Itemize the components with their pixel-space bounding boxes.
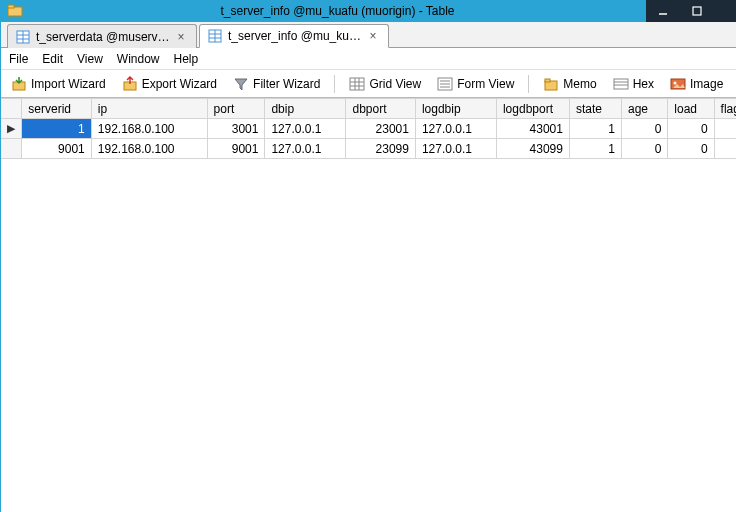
close-button[interactable] <box>714 0 736 22</box>
table-icon <box>208 29 222 43</box>
data-grid[interactable]: serverid ip port dbip dbport logdbip log… <box>1 98 736 159</box>
cell-dbport[interactable]: 23001 <box>346 119 415 139</box>
col-dbport[interactable]: dbport <box>346 99 415 119</box>
app-icon <box>7 4 23 18</box>
tab-close-icon[interactable]: × <box>174 30 188 44</box>
hex-icon <box>613 76 629 92</box>
cell-ip[interactable]: 192.168.0.100 <box>91 139 207 159</box>
separator <box>334 75 335 93</box>
svg-rect-3 <box>693 7 701 15</box>
button-label: Hex <box>633 77 654 91</box>
cell-ip[interactable]: 192.168.0.100 <box>91 119 207 139</box>
cell-serverid[interactable]: 1 <box>22 119 91 139</box>
button-label: Import Wizard <box>31 77 106 91</box>
col-ip[interactable]: ip <box>91 99 207 119</box>
menu-help[interactable]: Help <box>174 52 199 66</box>
cell-port[interactable]: 9001 <box>207 139 265 159</box>
cell-age[interactable]: 0 <box>622 119 668 139</box>
cell-age[interactable]: 0 <box>622 139 668 159</box>
filter-icon <box>233 76 249 92</box>
menu-edit[interactable]: Edit <box>42 52 63 66</box>
button-label: Filter Wizard <box>253 77 320 91</box>
tab-serverinfo[interactable]: t_server_info @mu_kuaf… × <box>199 24 389 48</box>
import-wizard-button[interactable]: Import Wizard <box>7 74 110 94</box>
header-row: serverid ip port dbip dbport logdbip log… <box>1 99 736 119</box>
button-label: Grid View <box>369 77 421 91</box>
tab-close-icon[interactable]: × <box>366 29 380 43</box>
cell-dbport[interactable]: 23099 <box>346 139 415 159</box>
cell-state[interactable]: 1 <box>569 139 621 159</box>
col-state[interactable]: state <box>569 99 621 119</box>
cell-state[interactable]: 1 <box>569 119 621 139</box>
filter-wizard-button[interactable]: Filter Wizard <box>229 74 324 94</box>
menu-view[interactable]: View <box>77 52 103 66</box>
col-age[interactable]: age <box>622 99 668 119</box>
toolbar: Import Wizard Export Wizard Filter Wizar… <box>1 70 736 98</box>
table-row[interactable]: 9001 192.168.0.100 9001 127.0.0.1 23099 … <box>1 139 736 159</box>
hex-button[interactable]: Hex <box>609 74 658 94</box>
menu-window[interactable]: Window <box>117 52 160 66</box>
svg-rect-24 <box>545 79 550 82</box>
form-view-button[interactable]: Form View <box>433 74 518 94</box>
row-indicator <box>1 139 22 159</box>
cell-serverid[interactable]: 9001 <box>22 139 91 159</box>
cell-flags[interactable] <box>714 139 736 159</box>
cell-dbip[interactable]: 127.0.0.1 <box>265 139 346 159</box>
cell-flags[interactable] <box>714 119 736 139</box>
maximize-button[interactable] <box>680 0 714 22</box>
grid-icon <box>349 76 365 92</box>
image-icon <box>670 76 686 92</box>
menu-file[interactable]: File <box>9 52 28 66</box>
cell-port[interactable]: 3001 <box>207 119 265 139</box>
row-indicator: ▶ <box>1 119 22 139</box>
tab-serverdata[interactable]: t_serverdata @muserve… × <box>7 24 197 48</box>
titlebar: t_server_info @mu_kuafu (muorigin) - Tab… <box>1 0 736 22</box>
grid-view-button[interactable]: Grid View <box>345 74 425 94</box>
cell-logdbport[interactable]: 43001 <box>496 119 569 139</box>
button-label: Form View <box>457 77 514 91</box>
cell-load[interactable]: 0 <box>668 139 714 159</box>
image-button[interactable]: Image <box>666 74 727 94</box>
export-wizard-button[interactable]: Export Wizard <box>118 74 221 94</box>
menubar: File Edit View Window Help <box>1 48 736 70</box>
cell-load[interactable]: 0 <box>668 119 714 139</box>
button-label: Memo <box>563 77 596 91</box>
cell-logdbip[interactable]: 127.0.0.1 <box>415 139 496 159</box>
tab-strip: t_serverdata @muserve… × t_server_info @… <box>1 22 736 48</box>
col-logdbip[interactable]: logdbip <box>415 99 496 119</box>
tab-label: t_serverdata @muserve… <box>36 30 170 44</box>
table-icon <box>16 30 30 44</box>
col-logdbport[interactable]: logdbport <box>496 99 569 119</box>
export-icon <box>122 76 138 92</box>
svg-rect-14 <box>350 78 364 90</box>
row-handle-header <box>1 99 22 119</box>
separator <box>528 75 529 93</box>
minimize-button[interactable] <box>646 0 680 22</box>
button-label: Export Wizard <box>142 77 217 91</box>
memo-button[interactable]: Memo <box>539 74 600 94</box>
import-icon <box>11 76 27 92</box>
svg-point-29 <box>674 81 677 84</box>
cell-dbip[interactable]: 127.0.0.1 <box>265 119 346 139</box>
window-title: t_server_info @mu_kuafu (muorigin) - Tab… <box>29 4 646 18</box>
cell-logdbip[interactable]: 127.0.0.1 <box>415 119 496 139</box>
window-buttons <box>646 0 736 22</box>
col-flags[interactable]: flags <box>714 99 736 119</box>
svg-rect-1 <box>8 5 14 8</box>
col-dbip[interactable]: dbip <box>265 99 346 119</box>
form-icon <box>437 76 453 92</box>
table-row[interactable]: ▶ 1 192.168.0.100 3001 127.0.0.1 23001 1… <box>1 119 736 139</box>
col-load[interactable]: load <box>668 99 714 119</box>
svg-rect-25 <box>614 79 628 89</box>
button-label: Image <box>690 77 723 91</box>
col-port[interactable]: port <box>207 99 265 119</box>
col-serverid[interactable]: serverid <box>22 99 91 119</box>
memo-icon <box>543 76 559 92</box>
cell-logdbport[interactable]: 43099 <box>496 139 569 159</box>
tab-label: t_server_info @mu_kuaf… <box>228 29 362 43</box>
